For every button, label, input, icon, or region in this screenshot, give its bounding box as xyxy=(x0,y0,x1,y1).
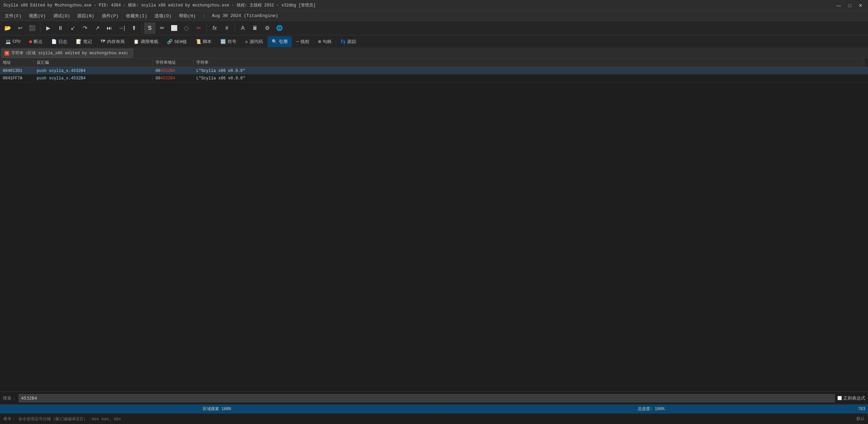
log-icon: 📄 xyxy=(51,39,57,44)
nav-tab-symbols[interactable]: 🔣 符号 xyxy=(216,36,240,47)
toolbar-step-over[interactable]: ↷ xyxy=(79,22,91,34)
progress-left-label: 区域搜索 100% xyxy=(203,406,231,412)
nav-tab-trace[interactable]: 👣 跟踪 xyxy=(336,36,360,47)
string-tab[interactable]: ✕ 字符串（区域 scylla_x86 edited by mozhongzho… xyxy=(1,49,133,58)
nav-tab-notes[interactable]: 📝 笔记 xyxy=(72,36,96,47)
menu-options[interactable]: 选项(O) xyxy=(151,12,175,20)
callstack-icon: 📋 xyxy=(133,39,139,44)
toolbar-pause[interactable]: ⏸ xyxy=(55,22,66,34)
nav-tab-breakpoints[interactable]: 断点 xyxy=(25,36,47,47)
toolbar-execute-till-user[interactable]: →| xyxy=(116,22,127,34)
symbols-icon: 🔣 xyxy=(220,39,226,44)
script-icon: 📜 xyxy=(196,39,201,44)
command-default-label: 默认 xyxy=(856,416,865,422)
nav-tab-log[interactable]: 📄 日志 xyxy=(47,36,71,47)
table-body: 004013D1 push scylla_x.4532B4 004532B4 L… xyxy=(0,67,868,391)
regex-checkbox-label[interactable]: 正则表达式 xyxy=(837,395,865,401)
nav-tab-memory-label: 内存布局 xyxy=(107,39,125,45)
nav-tab-source-label: 源代码 xyxy=(250,39,263,45)
nav-tab-handles[interactable]: ⊞ 句柄 xyxy=(314,36,336,47)
toolbar-breakpoints[interactable]: ⬜ xyxy=(168,22,180,34)
nav-tab-references-label: 引用 xyxy=(279,39,288,45)
references-icon: 🔍 xyxy=(272,39,277,44)
handles-icon: ⊞ xyxy=(318,39,321,44)
nav-tab-handles-label: 句柄 xyxy=(323,39,331,45)
nav-tab-memory-map[interactable]: 🗺 内存布局 xyxy=(97,36,129,47)
regex-checkbox[interactable] xyxy=(837,396,842,400)
menu-debug[interactable]: 调试(D) xyxy=(50,12,73,20)
progress-bar-row: 区域搜索 100% 总进度: 100% 783 xyxy=(0,404,868,413)
header-disasm: 反汇编 xyxy=(34,60,153,65)
window-title: Scylla x86 Edited by Mozhongzhou.exe - P… xyxy=(3,2,835,8)
toolbar-open[interactable]: 📂 xyxy=(2,22,14,34)
search-input[interactable] xyxy=(19,394,835,402)
menu-separator: | xyxy=(200,13,208,18)
toolbar-step-into[interactable]: ↙ xyxy=(67,22,78,34)
title-bar: Scylla x86 Edited by Mozhongzhou.exe - P… xyxy=(0,0,868,11)
row1-str: L"Scylla x86 v0.9.8" xyxy=(194,69,868,73)
toolbar-stop[interactable]: ⬛ xyxy=(26,22,38,34)
table-row[interactable]: 004013D1 push scylla_x.4532B4 004532B4 L… xyxy=(0,67,868,75)
toolbar-run-to-cursor[interactable]: ⬆ xyxy=(128,22,140,34)
toolbar-patch[interactable]: ✏ xyxy=(156,22,168,34)
toolbar-function[interactable]: fx xyxy=(209,22,220,34)
nav-tab-seh-label: SEH链 xyxy=(174,39,186,45)
nav-tab-callstack[interactable]: 📋 调用堆栈 xyxy=(129,36,162,47)
toolbar-separator-4 xyxy=(235,23,235,33)
progress-count: 783 xyxy=(858,407,865,411)
toolbar: 📂 ↩ ⬛ ▶ ⏸ ↙ ↷ ↗ ⏭ →| ⬆ S ✏ ⬜ ◌ ✂ fx # A … xyxy=(0,21,868,35)
nav-tab-symbols-label: 符号 xyxy=(228,39,236,45)
toolbar-calc[interactable]: 🖩 xyxy=(249,22,261,34)
toolbar-step-out[interactable]: ↗ xyxy=(91,22,103,34)
search-bar: 搜索： 正则表达式 xyxy=(0,391,868,404)
tab-label: 字符串（区域 scylla_x86 edited by mozhongzhou.… xyxy=(11,50,130,56)
notes-icon: 📝 xyxy=(76,39,82,44)
toolbar-memmap[interactable]: ◌ xyxy=(181,22,192,34)
nav-bar: 💻 CPU 断点 📄 日志 📝 笔记 🗺 内存布局 📋 调用堆栈 🔗 SEH链 … xyxy=(0,35,868,48)
nav-tab-seh[interactable]: 🔗 SEH链 xyxy=(163,36,191,47)
menu-file[interactable]: 文件(F) xyxy=(1,12,25,20)
trace-icon: 👣 xyxy=(340,39,346,44)
toolbar-update[interactable]: 🌐 xyxy=(274,22,285,34)
table-row[interactable]: 0041FF7A push scylla_x.4532B4 004532B4 L… xyxy=(0,75,868,82)
menu-help[interactable]: 帮助(H) xyxy=(176,12,199,20)
row2-straddr: 004532B4 xyxy=(153,76,194,81)
toolbar-allocate-mem[interactable]: A xyxy=(237,22,249,34)
command-input[interactable] xyxy=(18,417,854,421)
tab-strip: ✕ 字符串（区域 scylla_x86 edited by mozhongzho… xyxy=(0,48,868,58)
toolbar-run[interactable]: ▶ xyxy=(42,22,54,34)
toolbar-settings[interactable]: ⚙ xyxy=(261,22,273,34)
nav-tab-script[interactable]: 📜 脚本 xyxy=(192,36,216,47)
row1-straddr: 004532B4 xyxy=(153,69,194,73)
nav-tab-cpu[interactable]: 💻 CPU xyxy=(1,36,24,47)
menu-trace[interactable]: 跟踪(N) xyxy=(74,12,97,20)
menu-favorites[interactable]: 收藏夹(I) xyxy=(123,12,150,20)
header-str: 字符串 xyxy=(194,60,864,65)
nav-tab-references[interactable]: 🔍 引用 xyxy=(268,36,292,47)
toolbar-remove-bp[interactable]: ✂ xyxy=(193,22,204,34)
command-label: 命令： xyxy=(3,416,16,422)
nav-tab-source[interactable]: ◇ 源代码 xyxy=(241,36,267,47)
maximize-button[interactable]: □ xyxy=(846,1,854,9)
minimize-button[interactable]: — xyxy=(835,1,843,9)
toolbar-separator-1 xyxy=(40,23,40,33)
toolbar-restart[interactable]: ↩ xyxy=(14,22,26,34)
toolbar-execute-till-return[interactable]: ⏭ xyxy=(104,22,115,34)
progress-right-label: 总进度: 100% xyxy=(638,406,665,412)
menu-plugins[interactable]: 插件(P) xyxy=(98,12,122,20)
nav-tab-threads[interactable]: ↔ 线程 xyxy=(292,36,314,47)
nav-tab-trace-label: 跟踪 xyxy=(347,39,356,45)
nav-tab-notes-label: 笔记 xyxy=(83,39,92,45)
nav-tab-log-label: 日志 xyxy=(58,39,67,45)
toolbar-comments[interactable]: # xyxy=(221,22,233,34)
menu-view[interactable]: 视图(V) xyxy=(25,12,49,20)
toolbar-scylla[interactable]: S xyxy=(144,22,156,34)
threads-icon: ↔ xyxy=(296,39,299,44)
tab-close-button[interactable]: ✕ xyxy=(4,51,9,56)
row1-addr: 004013D1 xyxy=(0,69,34,73)
header-straddr: 字符串地址 xyxy=(153,60,194,65)
toolbar-separator-2 xyxy=(142,23,142,33)
progress-left: 区域搜索 100% xyxy=(0,405,434,413)
close-button[interactable]: ✕ xyxy=(856,1,865,9)
search-label: 搜索： xyxy=(3,395,16,401)
